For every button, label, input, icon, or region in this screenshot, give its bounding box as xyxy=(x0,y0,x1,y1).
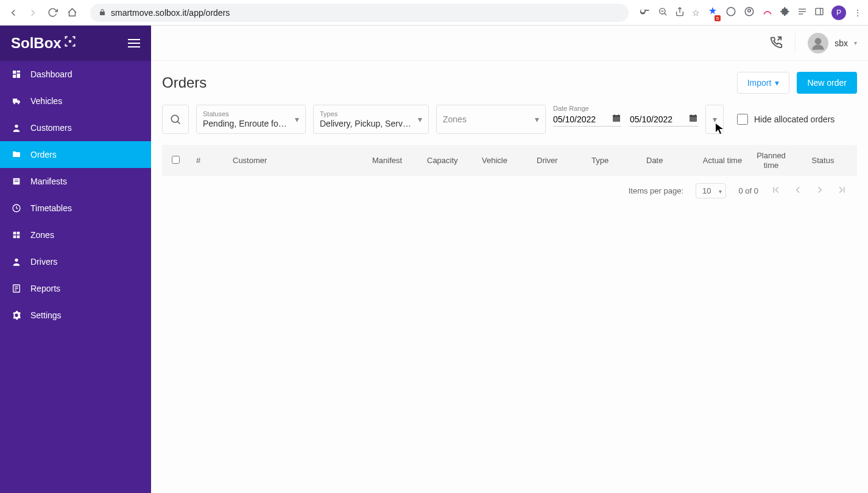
chevron-down-icon: ▾ xyxy=(775,78,779,88)
clock-icon xyxy=(11,203,22,213)
panel-icon[interactable] xyxy=(814,7,824,18)
select-all-checkbox[interactable] xyxy=(172,156,180,164)
sidebar-item-label: Vehicles xyxy=(30,96,62,106)
sidebar-item-orders[interactable]: Orders xyxy=(0,141,151,168)
sidebar-item-manifests[interactable]: Manifests xyxy=(0,168,151,195)
report-icon xyxy=(11,284,22,293)
svg-rect-18 xyxy=(15,181,19,182)
profile-initial: P xyxy=(836,9,841,17)
zoom-icon[interactable] xyxy=(658,7,668,18)
extension-icon-1[interactable]: 5 xyxy=(707,6,718,19)
avatar-icon xyxy=(808,33,828,54)
first-page-button[interactable] xyxy=(771,184,782,197)
sidebar: SolBox Dashboard Vehicles Customers Orde… xyxy=(0,26,151,493)
url-text: smartmove.solbox.it/app/orders xyxy=(111,8,230,18)
chevron-down-icon: ▾ xyxy=(535,114,539,124)
url-bar[interactable]: smartmove.solbox.it/app/orders xyxy=(90,4,629,22)
svg-point-27 xyxy=(171,115,178,122)
menu-icon[interactable]: ⋮ xyxy=(853,8,862,18)
col-driver[interactable]: Driver xyxy=(537,156,585,165)
col-status[interactable]: Status xyxy=(799,156,847,165)
reload-button[interactable] xyxy=(45,5,60,20)
col-planned-time[interactable]: Planned time xyxy=(750,151,792,170)
extension-icon-3[interactable] xyxy=(744,6,755,19)
col-customer[interactable]: Customer xyxy=(233,156,366,165)
lock-icon xyxy=(99,8,106,18)
sidebar-item-settings[interactable]: Settings xyxy=(0,302,151,329)
sidebar-item-zones[interactable]: Zones xyxy=(0,222,151,248)
page-title: Orders xyxy=(162,74,206,91)
col-manifest[interactable]: Manifest xyxy=(372,156,421,165)
sidebar-header: SolBox xyxy=(0,26,151,61)
logo: SolBox xyxy=(11,35,76,52)
calendar-icon[interactable] xyxy=(688,113,698,125)
col-number[interactable]: # xyxy=(196,156,227,165)
date-preset-dropdown[interactable]: ▾ xyxy=(705,105,724,134)
date-to-field[interactable] xyxy=(630,114,685,124)
col-date[interactable]: Date xyxy=(646,156,695,165)
extension-icon-4[interactable] xyxy=(762,6,773,19)
svg-point-12 xyxy=(69,41,71,43)
hide-allocated-checkbox[interactable] xyxy=(737,114,748,125)
table-header: # Customer Manifest Capacity Vehicle Dri… xyxy=(162,145,857,176)
sidebar-item-label: Manifests xyxy=(30,177,67,186)
col-type[interactable]: Type xyxy=(591,156,640,165)
profile-avatar[interactable]: P xyxy=(831,5,846,20)
svg-line-28 xyxy=(177,121,180,124)
types-value: Delivery, Pickup, Service xyxy=(320,119,422,128)
statuses-value: Pending, Enroute for del… xyxy=(203,119,299,128)
svg-point-4 xyxy=(727,7,735,16)
gear-icon xyxy=(11,310,22,320)
person-icon xyxy=(11,123,22,133)
extension-icon-2[interactable] xyxy=(725,6,736,19)
sidebar-item-timetables[interactable]: Timetables xyxy=(0,195,151,222)
paginator-range: 0 of 0 xyxy=(738,186,758,195)
zones-filter[interactable]: Zones ▾ xyxy=(436,105,546,134)
extension-badge: 5 xyxy=(715,15,721,21)
sidebar-toggle[interactable] xyxy=(128,39,140,47)
search-button[interactable] xyxy=(162,105,189,134)
types-filter[interactable]: Types Delivery, Pickup, Service ▾ xyxy=(313,105,429,134)
sidebar-item-label: Customers xyxy=(30,123,72,133)
sidebar-item-label: Reports xyxy=(30,284,60,293)
svg-rect-34 xyxy=(690,115,697,117)
import-button[interactable]: Import ▾ xyxy=(737,72,790,94)
sidebar-item-drivers[interactable]: Drivers xyxy=(0,248,151,275)
user-name: sbx xyxy=(834,38,848,48)
user-menu[interactable]: sbx ▾ xyxy=(795,33,857,54)
star-icon[interactable]: ☆ xyxy=(692,8,700,18)
col-vehicle[interactable]: Vehicle xyxy=(482,156,531,165)
date-from-input[interactable] xyxy=(553,113,621,127)
main: sbx ▾ Orders Import ▾ New order xyxy=(151,26,868,493)
prev-page-button[interactable] xyxy=(792,184,803,197)
svg-point-6 xyxy=(748,9,751,12)
new-order-button[interactable]: New order xyxy=(797,72,857,94)
last-page-button[interactable] xyxy=(836,184,847,197)
sidebar-item-vehicles[interactable]: Vehicles xyxy=(0,88,151,114)
items-per-page-label: Items per page: xyxy=(629,186,683,195)
key-icon[interactable] xyxy=(640,6,651,19)
share-icon[interactable] xyxy=(675,7,685,18)
import-label: Import xyxy=(747,78,772,88)
hide-allocated-label: Hide allocated orders xyxy=(754,114,834,124)
col-capacity[interactable]: Capacity xyxy=(427,156,476,165)
sidebar-item-customers[interactable]: Customers xyxy=(0,114,151,141)
items-per-page-select[interactable]: 10 ▾ xyxy=(696,183,726,198)
reading-list-icon[interactable] xyxy=(797,7,807,18)
statuses-filter[interactable]: Statuses Pending, Enroute for del… ▾ xyxy=(196,105,306,134)
back-button[interactable] xyxy=(6,5,21,20)
date-to-input[interactable] xyxy=(630,113,698,127)
paginator: Items per page: 10 ▾ 0 of 0 xyxy=(162,176,857,206)
toolbar-right: ☆ 5 P ⋮ xyxy=(640,5,862,20)
extensions-icon[interactable] xyxy=(780,7,790,18)
next-page-button[interactable] xyxy=(814,184,825,197)
home-button[interactable] xyxy=(65,5,79,20)
col-actual-time[interactable]: Actual time xyxy=(701,156,744,166)
zones-placeholder: Zones xyxy=(443,114,539,124)
date-from-field[interactable] xyxy=(553,114,608,124)
calendar-icon[interactable] xyxy=(612,113,621,125)
forward-button[interactable] xyxy=(26,5,40,20)
phone-callback-icon[interactable] xyxy=(769,35,783,51)
sidebar-item-dashboard[interactable]: Dashboard xyxy=(0,61,151,88)
sidebar-item-reports[interactable]: Reports xyxy=(0,275,151,302)
